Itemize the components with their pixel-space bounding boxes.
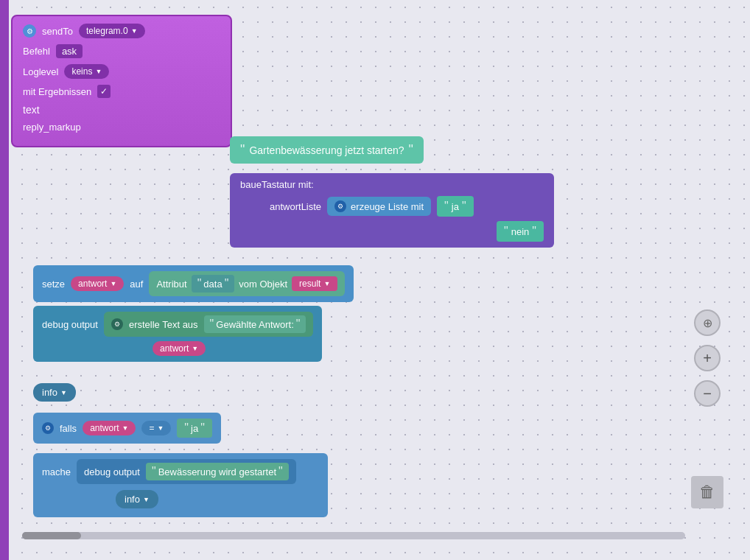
bewaesserung-string: " Bewässerung wird gestartet ": [146, 463, 289, 480]
canvas: ⚙ sendTo telegram.0 ▼ Befehl ask Logleve…: [0, 0, 737, 545]
crosshair-icon: ⊕: [703, 316, 712, 330]
vom-objekt-label: vom Objekt: [239, 279, 287, 290]
minus-icon: −: [703, 385, 712, 402]
equals-dropdown[interactable]: = ▼: [141, 421, 171, 435]
telegram-dropdown[interactable]: telegram.0 ▼: [79, 24, 145, 38]
mache-label: mache: [42, 466, 71, 477]
loglevel-row: Loglevel keins ▼: [23, 64, 220, 79]
antwort-liste-label: antwortListe: [270, 201, 321, 212]
antwort-var-3[interactable]: antwort ▼: [83, 421, 136, 435]
sendto-label: sendTo: [42, 26, 73, 37]
nein-value: nein: [511, 226, 530, 237]
trash-button[interactable]: 🗑: [691, 476, 723, 508]
debug-output-block-2[interactable]: debug output " Bewässerung wird gestarte…: [77, 459, 296, 484]
gear-icon: ⚙: [23, 24, 36, 38]
ja-block[interactable]: " ja ": [437, 196, 474, 217]
checkbox-ergebnissen[interactable]: ✓: [97, 85, 111, 98]
befehl-label: Befehl: [23, 46, 50, 57]
text-row: text: [23, 104, 220, 116]
antwort-var-2[interactable]: antwort ▼: [153, 341, 206, 356]
reply-markup-row: reply_markup: [23, 122, 220, 139]
attribut-label: Attribut: [156, 279, 186, 290]
nein-block[interactable]: " nein ": [497, 221, 544, 242]
crosshair-button[interactable]: ⊕: [694, 309, 721, 336]
erzeuge-liste-block[interactable]: ⚙ erzeuge Liste mit: [327, 197, 431, 216]
text-label: text: [23, 104, 40, 116]
minus-button[interactable]: −: [694, 380, 721, 407]
text-string-value: Gartenbewässerung jetzt starten?: [249, 144, 404, 156]
trash-icon: 🗑: [699, 483, 715, 502]
befehl-row: Befehl ask: [23, 44, 220, 58]
antwort-var-1[interactable]: antwort ▼: [71, 276, 124, 291]
scrollbar-thumb[interactable]: [22, 532, 81, 539]
loglevel-label: Loglevel: [23, 66, 58, 77]
falls-label: falls: [60, 423, 77, 434]
debug-output-block-1[interactable]: debug output ⚙ erstelle Text aus " Gewäh…: [33, 306, 322, 362]
ja-value: ja: [452, 201, 459, 212]
text-string-block[interactable]: " Gartenbewässerung jetzt starten? ": [230, 136, 424, 164]
erzeuge-liste-label: erzeuge Liste mit: [351, 201, 424, 212]
sidebar-strip: [0, 0, 9, 560]
info-dropdown-1[interactable]: info ▼: [33, 383, 76, 402]
gear-icon-falls: ⚙: [42, 422, 54, 434]
attribut-block[interactable]: Attribut " data " vom Objekt result ▼: [149, 271, 345, 296]
antwort-liste-row: antwortListe ⚙ erzeuge Liste mit " ja " …: [270, 196, 544, 217]
debug-output-label-2: debug output: [84, 466, 140, 477]
mache-block: mache debug output " Bewässerung wird ge…: [33, 453, 328, 517]
mit-ergebnissen-label: mit Ergebnissen: [23, 86, 91, 97]
loglevel-dropdown[interactable]: keins ▼: [64, 64, 109, 79]
setze-block[interactable]: setze antwort ▼ auf Attribut " data " vo…: [33, 265, 354, 302]
sendto-block[interactable]: ⚙ sendTo telegram.0 ▼ Befehl ask Logleve…: [11, 15, 232, 147]
sendto-row: ⚙ sendTo telegram.0 ▼: [23, 24, 220, 38]
baue-tastatur-block[interactable]: baueTastatur mit: antwortListe ⚙ erzeuge…: [230, 173, 554, 248]
gear-icon-erstelle: ⚙: [111, 318, 123, 330]
nein-row: " nein ": [270, 221, 544, 242]
setze-label: setze: [42, 279, 65, 290]
result-dropdown[interactable]: result ▼: [292, 276, 337, 291]
debug-output-label-1: debug output: [42, 319, 98, 330]
baue-tastatur-label: baueTastatur mit:: [240, 179, 314, 190]
falls-block[interactable]: ⚙ falls antwort ▼ = ▼ " ja ": [33, 413, 221, 444]
plus-icon: +: [703, 350, 712, 367]
ja-string-falls: " ja ": [177, 419, 212, 438]
befehl-value: ask: [56, 44, 83, 58]
erstelle-text-label: erstelle Text aus: [129, 319, 198, 330]
data-string: " data ": [192, 275, 235, 293]
gewaehlte-antwort-string: " Gewählte Antwort: ": [204, 315, 306, 333]
scrollbar-container[interactable]: [22, 532, 685, 539]
reply-markup-label: reply_markup: [23, 122, 81, 133]
auf-label: auf: [130, 279, 143, 290]
baue-tastatur-row: baueTastatur mit:: [240, 179, 544, 190]
plus-button[interactable]: +: [694, 345, 721, 371]
mit-ergebnissen-row: mit Ergebnissen ✓: [23, 85, 220, 98]
erstelle-text-block[interactable]: ⚙ erstelle Text aus " Gewählte Antwort: …: [104, 312, 314, 337]
info-dropdown-2[interactable]: info ▼: [116, 490, 158, 508]
gear-icon-liste: ⚙: [334, 200, 346, 212]
